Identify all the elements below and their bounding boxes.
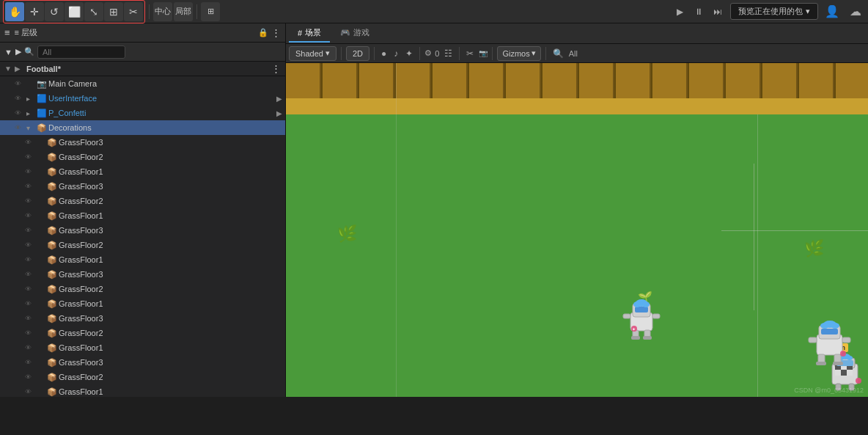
item-label: GrassFloor3	[59, 182, 285, 191]
hierarchy-item-grass14[interactable]: 👁 📦 GrassFloor2	[0, 326, 285, 340]
rotate-tool-button[interactable]: ↺	[45, 2, 64, 21]
hierarchy-item-grass10[interactable]: 👁 📦 GrassFloor3	[0, 267, 285, 282]
grid-button[interactable]: ⊞	[201, 2, 220, 21]
tab-scene[interactable]: # 场景	[289, 24, 330, 43]
center-button[interactable]: 中心	[153, 2, 172, 21]
sep-1	[341, 47, 342, 60]
search-input[interactable]	[37, 45, 125, 59]
scissors-icon[interactable]: ✂	[464, 48, 476, 59]
hierarchy-item-grass17[interactable]: 👁 📦 GrassFloor2	[0, 370, 285, 384]
hierarchy-item-decorations[interactable]: 👁 ▾ 📦 Decorations	[0, 120, 285, 135]
collab-button[interactable]: 👤	[823, 2, 842, 21]
hierarchy-item-grass5[interactable]: 👁 📦 GrassFloor2	[0, 194, 285, 208]
hierarchy-item-grass15[interactable]: 👁 📦 GrassFloor1	[0, 340, 285, 355]
hierarchy-item-grass12[interactable]: 👁 📦 GrassFloor1	[0, 296, 285, 311]
vis-eye-icon: 👁	[25, 168, 35, 175]
preview-package-button[interactable]: 预览正在使用的包 ▾	[730, 3, 818, 20]
plant-2: 🌿	[804, 239, 824, 258]
hierarchy-item-grass6[interactable]: 👁 📦 GrassFloor1	[0, 208, 285, 223]
item-type-icon: 📦	[47, 372, 57, 382]
tab-game[interactable]: 🎮 游戏	[331, 24, 378, 43]
vis-eye-icon: 👁	[25, 183, 35, 190]
hierarchy-item-grass13[interactable]: 👁 📦 GrassFloor3	[0, 311, 285, 326]
grass-area	[286, 114, 868, 397]
hierarchy-item-grass3[interactable]: 👁 📦 GrassFloor1	[0, 164, 285, 179]
game-canvas[interactable]: 🌿 🌿 🌱	[286, 63, 868, 397]
layer-bar: ≡ ≡ 层级 🔒 ⋮	[0, 23, 285, 43]
hierarchy-list: ▼ ▶ Football* ⋮ 👁 📷 Main Camera 👁 ▸ 🟦 Us…	[0, 62, 285, 397]
svg-point-4	[633, 301, 641, 307]
play-controls: ▶ ⏸ ⏭	[672, 4, 726, 20]
custom-tool-button[interactable]: ✂	[124, 2, 143, 21]
hierarchy-item-grass8[interactable]: 👁 📦 GrassFloor2	[0, 238, 285, 252]
layer-label: ≡ 层级	[15, 27, 37, 38]
item-label: GrassFloor2	[59, 329, 285, 337]
item-label: GrassFloor2	[59, 241, 285, 249]
vis-eye-icon: 👁	[15, 80, 25, 87]
hierarchy-item-p-confetti[interactable]: 👁 ▸ 🟦 P_Confetti ▶	[0, 106, 285, 120]
svg-rect-9	[643, 336, 652, 340]
svg-rect-2	[635, 307, 648, 312]
vis-eye-icon: 👁	[25, 153, 35, 161]
cloud-button[interactable]: ☁	[846, 2, 865, 21]
transform-tool-button[interactable]: ⊞	[104, 2, 123, 21]
sep-5	[492, 47, 493, 60]
grid-vis-icon[interactable]: ☷	[442, 48, 455, 59]
pause-button[interactable]: ⏸	[691, 4, 707, 20]
sep-6	[545, 47, 546, 60]
hierarchy-item-grass18[interactable]: 👁 📦 GrassFloor1	[0, 384, 285, 397]
step-button[interactable]: ⏭	[710, 4, 726, 20]
hierarchy-item-grass1[interactable]: 👁 📦 GrassFloor3	[0, 135, 285, 150]
2d-button[interactable]: 2D	[346, 46, 369, 61]
vis-eye-icon: 👁	[25, 388, 35, 395]
hierarchy-item-main-camera[interactable]: 👁 📷 Main Camera	[0, 76, 285, 91]
transform-tools-group: ✋ ✛ ↺ ⬜ ⤡ ⊞ ✂	[3, 0, 145, 23]
gizmos-dropdown[interactable]: Gizmos ▾	[497, 46, 540, 61]
local-button[interactable]: 局部	[174, 2, 193, 21]
hierarchy-panel: ≡ ≡ 层级 🔒 ⋮ ▼ ▶ 🔍 ▼ ▶ Football* ⋮ 👁 📷 Mai…	[0, 23, 286, 397]
move-tool-button[interactable]: ✛	[25, 2, 44, 21]
vis-eye-icon: 👁	[15, 109, 25, 117]
search-icon: 🔍	[24, 47, 34, 56]
scene-tab-icon: #	[298, 29, 302, 37]
hierarchy-item-grass7[interactable]: 👁 📦 GrassFloor3	[0, 223, 285, 238]
hierarchy-item-grass9[interactable]: 👁 📦 GrassFloor1	[0, 252, 285, 267]
hierarchy-menu-icon[interactable]: ⋮	[271, 63, 281, 74]
top-toolbar: ✋ ✛ ↺ ⬜ ⤡ ⊞ ✂ 中心 局部 ⊞ ▶ ⏸ ⏭ 预览正在使用的包 ▾ 👤…	[0, 0, 868, 23]
expand-arrow: ▸	[26, 109, 35, 117]
hierarchy-item-grass2[interactable]: 👁 📦 GrassFloor2	[0, 150, 285, 164]
lock-icon: 🔒	[258, 28, 268, 37]
vis-eye-icon: 👁	[25, 197, 35, 205]
hierarchy-item-user-interface[interactable]: 👁 ▸ 🟦 UserInterface ▶	[0, 91, 285, 106]
item-type-icon: 📦	[47, 284, 57, 294]
item-label: GrassFloor2	[59, 285, 285, 293]
layer-menu-icon[interactable]: ⋮	[271, 27, 281, 38]
fx-icon[interactable]: ✦	[403, 48, 415, 59]
vis-eye-icon: 👁	[25, 271, 35, 278]
game-tab-icon: 🎮	[340, 28, 350, 37]
item-label: GrassFloor2	[59, 373, 285, 381]
separator-2	[196, 4, 197, 19]
rect-tool-button[interactable]: ⬜	[65, 2, 84, 21]
expand-arrow: ▸	[26, 95, 35, 103]
audio-icon[interactable]: ♪	[391, 48, 400, 59]
hierarchy-item-grass16[interactable]: 👁 📦 GrassFloor3	[0, 355, 285, 370]
hand-tool-button[interactable]: ✋	[5, 2, 24, 21]
preview-dropdown-icon: ▾	[806, 7, 810, 16]
svg-rect-37	[816, 362, 826, 365]
hierarchy-item-grass11[interactable]: 👁 📦 GrassFloor2	[0, 282, 285, 296]
item-label: GrassFloor3	[59, 358, 285, 367]
play-button[interactable]: ▶	[672, 4, 688, 20]
scale-tool-button[interactable]: ⤡	[84, 2, 103, 21]
center-label: 中心	[155, 6, 171, 17]
vis-eye-icon: 👁	[25, 241, 35, 249]
vis-eye-icon: 👁	[25, 315, 35, 322]
shading-label: Shaded	[295, 49, 323, 58]
scene-search-icon[interactable]: 🔍	[551, 48, 566, 59]
game-tab-label: 游戏	[353, 27, 369, 38]
vis-eye-icon: 👁	[25, 285, 35, 293]
light-icon[interactable]: ●	[379, 48, 389, 59]
hierarchy-item-grass4[interactable]: 👁 📦 GrassFloor3	[0, 179, 285, 194]
shading-dropdown[interactable]: Shaded ▾	[289, 46, 336, 61]
vis-eye-icon: 👁	[25, 300, 35, 307]
